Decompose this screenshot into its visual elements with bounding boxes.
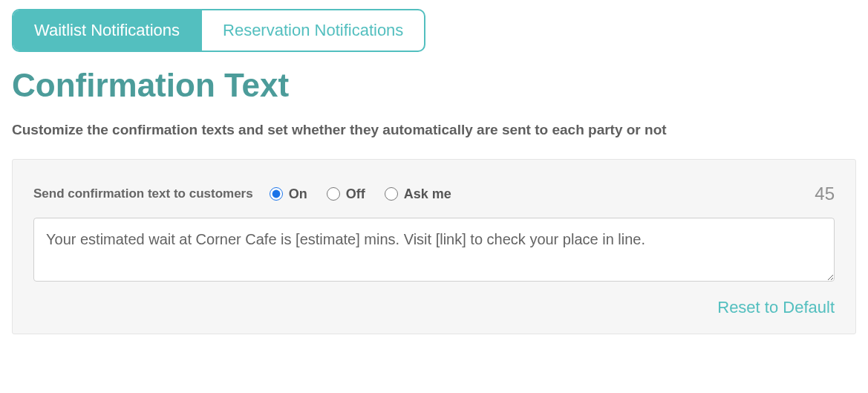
reset-row: Reset to Default [33,298,835,317]
radio-input-off[interactable] [327,187,340,201]
notification-tabs: Waitlist Notifications Reservation Notif… [12,9,425,52]
send-confirmation-row: Send confirmation text to customers On O… [33,183,835,204]
reset-to-default-link[interactable]: Reset to Default [717,298,835,317]
page-title: Confirmation Text [12,67,856,104]
radio-off[interactable]: Off [327,186,365,202]
tab-waitlist-notifications[interactable]: Waitlist Notifications [13,10,200,51]
radio-off-label: Off [346,186,365,202]
tab-reservation-notifications[interactable]: Reservation Notifications [200,10,424,51]
radio-input-askme[interactable] [385,187,398,201]
radio-on-label: On [289,186,307,202]
send-confirmation-label: Send confirmation text to customers [33,186,253,201]
page-subtitle: Customize the confirmation texts and set… [12,122,856,138]
radio-askme-label: Ask me [404,186,451,202]
confirmation-text-panel: Send confirmation text to customers On O… [12,159,856,334]
radio-input-on[interactable] [270,187,283,201]
radio-askme[interactable]: Ask me [385,186,451,202]
character-counter: 45 [815,183,835,204]
radio-on[interactable]: On [270,186,307,202]
confirmation-text-input[interactable] [33,218,835,282]
